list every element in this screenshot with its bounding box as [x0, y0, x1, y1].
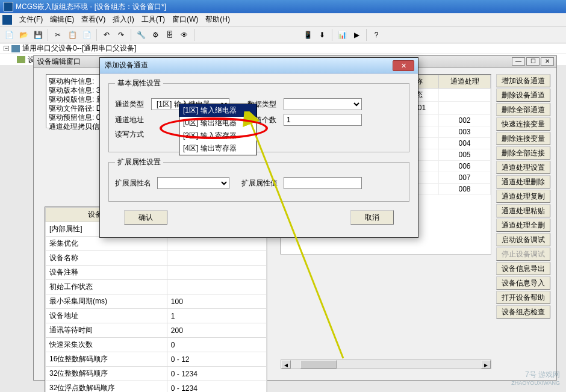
dropdown-option[interactable]: [1区] 输入继电器 — [179, 104, 257, 117]
col-chan-proc[interactable]: 通道处理 — [439, 75, 491, 89]
side-btn-8[interactable]: 通道处理复制 — [496, 190, 550, 203]
dialog-cancel-button[interactable]: 取消 — [350, 210, 394, 225]
tb-db-icon[interactable]: 🗄 — [163, 28, 176, 42]
dialog-title: 添加设备通道 — [105, 60, 148, 70]
menu-window[interactable]: 窗口(W) — [169, 13, 202, 26]
tb-paste-icon[interactable]: 📄 — [80, 28, 93, 42]
app-icon — [4, 2, 13, 11]
side-btn-11[interactable]: 启动设备调试 — [496, 233, 550, 246]
prop-row[interactable]: 最小采集周期(ms)100 — [46, 294, 267, 309]
lbl-ext-name: 扩展属性名 — [115, 178, 157, 188]
tb-help-icon[interactable]: ? — [370, 28, 383, 42]
menu-view[interactable]: 查看(V) — [78, 13, 109, 26]
sw-max-icon[interactable]: ☐ — [526, 57, 540, 66]
tb-save-icon[interactable]: 💾 — [31, 28, 45, 42]
grid-scrollbar-h[interactable]: ◂ ▸ — [281, 359, 491, 369]
side-btn-6[interactable]: 通道处理设置 — [496, 161, 550, 174]
sw-close-icon[interactable]: ✕ — [541, 57, 554, 66]
ext-props-group: 扩展属性设置 扩展属性名 扩展属性值 — [108, 157, 409, 202]
side-btn-2[interactable]: 删除全部通道 — [496, 103, 550, 116]
menu-edit[interactable]: 编辑(E) — [46, 13, 78, 26]
menu-insert[interactable]: 插入(I) — [109, 13, 137, 26]
side-btn-4[interactable]: 删除连接变量 — [496, 132, 550, 145]
tb-download-icon[interactable]: ⬇ — [316, 28, 329, 42]
app-title: MCGS嵌入版组态环境 - [设备组态：设备窗口*] — [16, 0, 166, 13]
add-channel-dialog: 添加设备通道 ✕ 基本属性设置 通道类型 [1区] 输入继电器 数据类型 通道地… — [99, 57, 418, 238]
menu-tool[interactable]: 工具(T) — [138, 13, 169, 26]
side-btn-5[interactable]: 删除全部连接 — [496, 146, 550, 160]
side-btn-13[interactable]: 设备信息导出 — [496, 262, 550, 275]
tb-view-icon[interactable]: 👁 — [178, 28, 191, 42]
app-small-icon — [2, 15, 12, 25]
dialog-close-button[interactable]: ✕ — [393, 60, 414, 71]
scroll-left-icon[interactable]: ◂ — [281, 360, 291, 369]
prop-row[interactable]: 采集优化 — [46, 237, 267, 251]
tb-copy-icon[interactable]: 📋 — [66, 28, 79, 42]
sw-min-icon[interactable]: — — [512, 57, 525, 66]
prop-row[interactable]: 设备名称 — [46, 251, 267, 266]
tb-new-icon[interactable]: 📄 — [2, 28, 16, 42]
dropdown-option[interactable]: [4区] 输出寄存器 — [179, 142, 257, 155]
menu-help[interactable]: 帮助(H) — [202, 13, 234, 26]
tree-root-row[interactable]: − 通用串口父设备0--[通用串口父设备] — [0, 43, 566, 54]
tb-tools-icon[interactable]: 🔧 — [134, 28, 148, 42]
device-parent-icon — [11, 45, 20, 52]
menu-bar: 文件(F) 编辑(E) 查看(V) 插入(I) 工具(T) 窗口(W) 帮助(H… — [0, 13, 566, 26]
tb-undo-icon[interactable]: ↶ — [100, 28, 113, 42]
dropdown-option[interactable]: [0区] 输出继电器 — [179, 117, 257, 129]
side-btn-9[interactable]: 通道处理粘贴 — [496, 204, 550, 217]
side-btn-12[interactable]: 停止设备调试 — [496, 247, 550, 261]
tb-sim-icon[interactable]: 📊 — [335, 28, 349, 42]
toolbar: 📄 📂 💾 ✂ 📋 📄 ↶ ↷ 🔧 ⚙ 🗄 👁 📱 ⬇ 📊 ▶ ? — [0, 26, 566, 43]
subwindow-title: 设备编辑窗口 — [37, 57, 81, 67]
channel-type-dropdown[interactable]: [1区] 输入继电器[0区] 输出继电器[3区] 输入寄存器[4区] 输出寄存器 — [179, 104, 257, 155]
lbl-rw-mode: 读写方式 — [115, 129, 151, 140]
lbl-ext-value: 扩展属性值 — [241, 178, 284, 188]
prop-row[interactable]: 设备注释 — [46, 266, 267, 280]
tb-settings-icon[interactable]: ⚙ — [149, 28, 162, 42]
tb-redo-icon[interactable]: ↷ — [114, 28, 128, 42]
ext-value-input[interactable] — [284, 177, 362, 189]
side-btn-10[interactable]: 通道处理全删 — [496, 219, 550, 232]
side-btn-3[interactable]: 快速连接变量 — [496, 117, 550, 131]
menu-file[interactable]: 文件(F) — [16, 13, 46, 26]
side-btn-16[interactable]: 设备组态检查 — [496, 305, 550, 319]
tb-open-icon[interactable]: 📂 — [17, 28, 30, 42]
side-btn-7[interactable]: 通道处理删除 — [496, 175, 550, 188]
side-btn-1[interactable]: 删除设备通道 — [496, 89, 550, 102]
dialog-ok-button[interactable]: 确认 — [124, 210, 167, 225]
side-btn-15[interactable]: 打开设备帮助 — [496, 291, 550, 304]
dropdown-option[interactable]: [3区] 输入寄存器 — [179, 129, 257, 142]
ext-name-select[interactable] — [157, 177, 229, 189]
device-child-icon — [17, 56, 25, 63]
lbl-channel-type: 通道类型 — [115, 99, 151, 110]
side-btn-14[interactable]: 设备信息导入 — [496, 276, 550, 290]
prop-row[interactable]: 快速采集次数0 — [46, 338, 267, 352]
dialog-title-bar[interactable]: 添加设备通道 ✕ — [100, 58, 418, 73]
watermark: 7号 游戏网 ZHAOYOUXIWANG — [511, 370, 560, 386]
prop-row[interactable]: 32位整数解码顺序0 - 1234 — [46, 367, 267, 381]
prop-row[interactable]: 32位浮点数解码顺序0 - 1234 — [46, 381, 267, 393]
ext-props-legend: 扩展属性设置 — [115, 157, 163, 167]
prop-row[interactable]: 16位整数解码顺序0 - 12 — [46, 352, 267, 367]
scroll-thumb[interactable] — [300, 360, 337, 369]
prop-row[interactable]: 初始工作状态 — [46, 280, 267, 294]
tb-cut-icon[interactable]: ✂ — [51, 28, 64, 42]
tree-collapse-icon[interactable]: − — [4, 46, 9, 51]
tb-run-icon[interactable]: ▶ — [350, 28, 363, 42]
basic-props-group: 基本属性设置 通道类型 [1区] 输入继电器 数据类型 通道地址 通道个数 读写… — [108, 78, 409, 152]
channel-count-input[interactable] — [284, 114, 362, 126]
prop-row[interactable]: 通讯等待时间200 — [46, 323, 267, 338]
basic-props-legend: 基本属性设置 — [115, 78, 163, 89]
scroll-right-icon[interactable]: ▸ — [481, 360, 491, 369]
lbl-channel-addr: 通道地址 — [115, 115, 151, 125]
side-btn-0[interactable]: 增加设备通道 — [496, 74, 550, 87]
tb-dev-icon[interactable]: 📱 — [301, 28, 314, 42]
prop-row[interactable]: 设备地址1 — [46, 309, 267, 323]
side-button-column: 增加设备通道删除设备通道删除全部通道快速连接变量删除连接变量删除全部连接通道处理… — [496, 74, 550, 319]
data-type-select[interactable] — [284, 98, 362, 110]
app-title-bar: MCGS嵌入版组态环境 - [设备组态：设备窗口*] — [0, 0, 566, 13]
tree-root-label: 通用串口父设备0--[通用串口父设备] — [22, 43, 136, 54]
